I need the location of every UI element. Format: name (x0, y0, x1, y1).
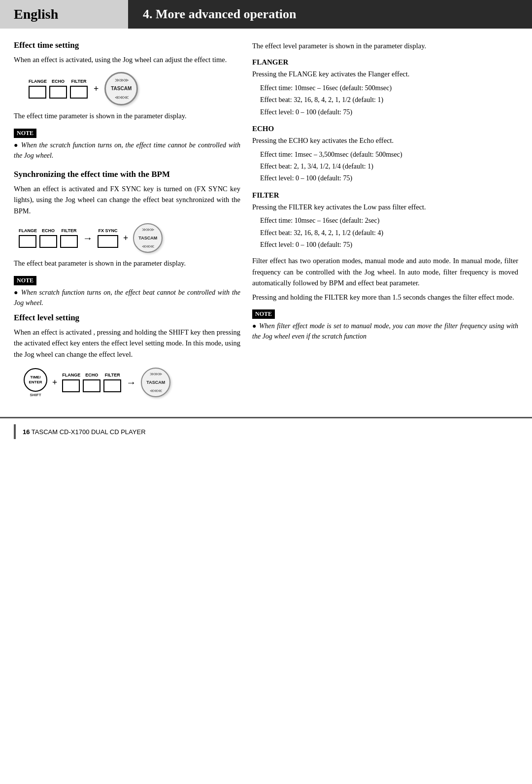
note-text-2: When scratch function turns on, the effe… (14, 287, 240, 308)
shift-label: SHIFT (30, 393, 41, 397)
effect-time-p1: When an effect is activated, using the J… (14, 54, 240, 65)
time-enter-label: TIME/ENTER (29, 375, 42, 384)
filter-heading: FILTER (252, 191, 518, 200)
echo-label-1: ECHO (49, 79, 67, 84)
fxsync-label: FX SYNC (98, 228, 118, 233)
note-label-2: NOTE (14, 276, 36, 285)
right-intro-p: The effect level parameter is shown in t… (252, 40, 518, 51)
jog-wheel-2[interactable]: TASCAM (133, 223, 163, 253)
diagram-2: FLANGE ECHO FILTER → FX SYNC + TASC (19, 223, 240, 253)
plus-icon-3: + (52, 377, 57, 388)
bpm-heading: Synchronizing the effect time with the B… (14, 170, 240, 179)
jog-wheel-3[interactable]: TASCAM (141, 368, 170, 397)
footer-line (14, 424, 16, 439)
btn-row-3 (62, 379, 121, 392)
flange-label-2: FLANGE (19, 228, 36, 233)
flanger-level: Effect level: 0 – 100 (default: 75) (252, 107, 518, 118)
btn-labels-row-3: FLANGE ECHO FILTER (62, 373, 121, 377)
btn-labels-row-1: FLANGE ECHO FILTER (29, 79, 88, 84)
filter-btn-2[interactable] (60, 235, 78, 248)
btn-row-1 (29, 86, 88, 99)
bpm-p2: The effect beat parameter is shown in th… (14, 258, 240, 269)
echo-level: Effect level: 0 – 100 (default: 75) (252, 173, 518, 184)
note-content-2: When scratch function turns on, the effe… (14, 287, 240, 308)
fxsync-btn[interactable] (98, 235, 118, 248)
note-text-1: When the scratch function turns on, the … (14, 140, 240, 161)
echo-p1: Pressing the ECHO key activates the Echo… (252, 135, 518, 146)
flanger-p1: Pressing the FLANGE key activates the Fl… (252, 68, 518, 79)
btn-row-2 (19, 235, 78, 248)
note-label-3: NOTE (252, 309, 275, 319)
note-content-3: When filter effect mode is set to manual… (252, 321, 518, 341)
echo-time: Effect time: 1msec – 3,500msec (default:… (252, 149, 518, 160)
filter-label-2: FILTER (60, 228, 78, 233)
filter-time: Effect time: 10msec – 16sec (default: 2s… (252, 215, 518, 226)
filter-p2: Filter effect has two operation modes, m… (252, 255, 518, 288)
page-header: English 4. More advanced operation (0, 0, 532, 29)
footer-text: 16 TASCAM CD-X1700 DUAL CD PLAYER (23, 428, 146, 436)
page-footer: 16 TASCAM CD-X1700 DUAL CD PLAYER (0, 417, 532, 445)
filter-label-1: FILTER (70, 79, 88, 84)
filter-level: Effect level: 0 – 100 (default: 75) (252, 239, 518, 250)
flange-btn-2[interactable] (19, 235, 36, 248)
left-column: Effect time setting When an effect is ac… (14, 40, 240, 402)
filter-beat: Effect beat: 32, 16, 8, 4, 2, 1, 1/2 (de… (252, 228, 518, 239)
note-label-1: NOTE (14, 129, 36, 138)
diagram-1: FLANGE ECHO FILTER + TASCAM (29, 72, 240, 105)
echo-beat: Effect beat: 2, 1, 3/4, 1/2, 1/4 (defaul… (252, 161, 518, 172)
btn-group-3: FLANGE ECHO FILTER (62, 373, 121, 392)
echo-heading: ECHO (252, 125, 518, 133)
filter-p3: Pressing and holding the FILTER key more… (252, 292, 518, 303)
english-label: English (14, 6, 58, 22)
tascam-label-3: TASCAM (146, 380, 165, 385)
arrow-icon-2: → (126, 377, 136, 388)
echo-label-3: ECHO (83, 373, 100, 377)
effect-time-heading: Effect time setting (14, 40, 240, 50)
tascam-label-2: TASCAM (138, 236, 157, 241)
tascam-label-1: TASCAM (111, 86, 132, 92)
note-content-1: When the scratch function turns on, the … (14, 140, 240, 161)
flange-btn-1[interactable] (29, 86, 46, 99)
chapter-title: 4. More advanced operation (143, 7, 297, 22)
bpm-p1: When an effect is activated and FX SYNC … (14, 183, 240, 216)
fxsync-label-row: FX SYNC (98, 228, 118, 233)
flange-label-1: FLANGE (29, 79, 46, 84)
effect-level-p1: When an effect is activated , pressing a… (14, 327, 240, 360)
jog-wheel-1[interactable]: TASCAM (104, 72, 138, 105)
main-content: Effect time setting When an effect is ac… (0, 29, 532, 412)
filter-btn-1[interactable] (70, 86, 88, 99)
echo-btn-3[interactable] (83, 379, 100, 392)
arrow-icon-1: → (83, 233, 93, 244)
effect-level-heading: Effect level setting (14, 313, 240, 323)
plus-icon-1: + (94, 84, 99, 94)
btn-labels-row-2: FLANGE ECHO FILTER (19, 228, 78, 233)
time-enter-btn[interactable]: TIME/ENTER (24, 368, 47, 392)
flange-label-3: FLANGE (62, 373, 80, 377)
plus-icon-2: + (123, 233, 128, 243)
flanger-heading: FLANGER (252, 58, 518, 67)
filter-p1: Pressing the FILTER key activates the Lo… (252, 202, 518, 212)
echo-btn-2[interactable] (39, 235, 57, 248)
filter-label-3: FILTER (103, 373, 121, 377)
echo-btn-1[interactable] (49, 86, 67, 99)
effect-time-p2: The effect time parameter is shown in th… (14, 110, 240, 121)
btn-group-fxsync: FX SYNC (98, 228, 118, 248)
diagram-3: TIME/ENTER SHIFT + FLANGE ECHO FILTER → (24, 368, 240, 397)
right-column: The effect level parameter is shown in t… (252, 40, 518, 402)
btn-group-1: FLANGE ECHO FILTER (29, 79, 88, 99)
note-text-3: When filter effect mode is set to manual… (252, 321, 518, 341)
header-title: 4. More advanced operation (128, 0, 532, 29)
flange-btn-3[interactable] (62, 379, 80, 392)
flanger-beat: Effect beat: 32, 16, 8, 4, 2, 1, 1/2 (de… (252, 95, 518, 105)
round-btn-wrapper: TIME/ENTER SHIFT (24, 368, 47, 397)
echo-label-2: ECHO (39, 228, 57, 233)
page-number: 16 (23, 428, 30, 436)
filter-btn-3[interactable] (103, 379, 121, 392)
btn-group-2: FLANGE ECHO FILTER (19, 228, 78, 248)
header-english: English (0, 0, 128, 29)
flanger-time: Effect time: 10msec – 16sec (default: 50… (252, 83, 518, 94)
footer-product: TASCAM CD-X1700 DUAL CD PLAYER (32, 428, 146, 436)
